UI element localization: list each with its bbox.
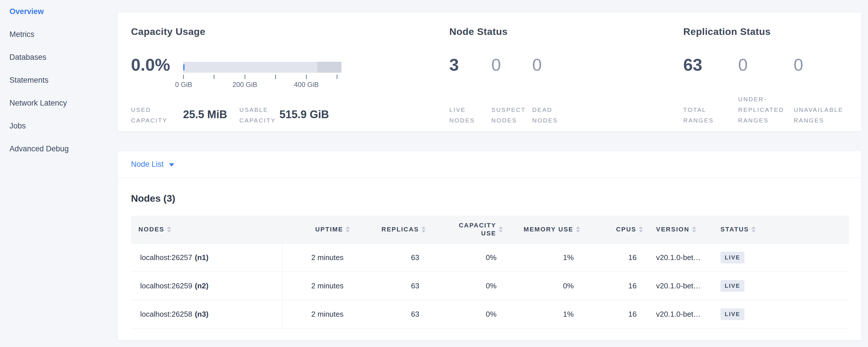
nodes-table: NODES UPTIME REPLICAS CAPACITY USE MEMOR…: [131, 216, 849, 328]
node-list-card: Node List Nodes (3) NODES UPTIME REPLICA…: [117, 151, 862, 340]
node-row[interactable]: localhost:26257 (n1) 2 minutes 63 0% 1% …: [131, 244, 849, 272]
column-header-capacity-use[interactable]: CAPACITY USE: [428, 216, 506, 243]
column-header-uptime[interactable]: UPTIME: [283, 216, 353, 243]
sort-icon: [499, 226, 503, 232]
capacity-use-cell: 0%: [428, 300, 506, 328]
node-list-header: Node List: [118, 151, 861, 178]
node-list-dropdown[interactable]: Node List: [131, 160, 174, 169]
node-address-cell: localhost:26257 (n1): [131, 244, 283, 272]
version-cell: v20.1.0-bet…: [646, 244, 716, 272]
chevron-down-icon: [169, 163, 174, 166]
sort-icon: [422, 226, 426, 232]
gauge-axis-label: 200 GiB: [232, 81, 257, 89]
sidebar-item-statements[interactable]: Statements: [0, 69, 117, 92]
cpus-cell: 16: [583, 272, 646, 300]
sidebar-item-advanced-debug[interactable]: Advanced Debug: [0, 137, 117, 160]
replication-status-title: Replication Status: [683, 26, 771, 37]
memory-use-cell: 1%: [506, 300, 583, 328]
column-header-memory-use[interactable]: MEMORY USE: [506, 216, 583, 243]
nodes-section-title: Nodes (3): [131, 193, 175, 204]
uptime-cell: 2 minutes: [283, 244, 353, 272]
cpus-cell: 16: [583, 300, 646, 328]
live-nodes-count: 3: [449, 55, 459, 75]
sort-icon: [639, 226, 643, 232]
capacity-gauge-reserved-segment: [317, 62, 341, 73]
nodes-table-header: NODES UPTIME REPLICAS CAPACITY USE MEMOR…: [131, 216, 849, 244]
gauge-tick: [245, 75, 245, 79]
used-capacity-label: USED CAPACITY: [131, 104, 167, 126]
sidebar-item-network-latency[interactable]: Network Latency: [0, 92, 117, 115]
node-address-cell: localhost:26258 (n3): [131, 300, 283, 328]
dead-nodes-count: 0: [532, 55, 542, 75]
status-cell: LIVE: [716, 272, 849, 300]
sort-icon: [167, 226, 171, 232]
gauge-axis-label: 0 GiB: [175, 81, 192, 89]
under-replicated-ranges-label: UNDER- REPLICATED RANGES: [738, 94, 784, 126]
suspect-nodes-count: 0: [491, 55, 501, 75]
version-cell: v20.1.0-bet…: [646, 272, 716, 300]
sort-icon: [752, 226, 755, 232]
sort-icon: [692, 226, 696, 232]
sidebar-item-databases[interactable]: Databases: [0, 46, 117, 69]
total-ranges-count: 63: [683, 55, 703, 75]
gauge-tick: [214, 75, 215, 79]
replicas-cell: 63: [353, 272, 428, 300]
unavailable-ranges-count: 0: [794, 55, 803, 75]
column-header-status[interactable]: STATUS: [716, 216, 849, 243]
replicas-cell: 63: [353, 244, 428, 272]
capacity-used-percent: 0.0%: [131, 55, 170, 75]
capacity-gauge: 0 GiB 200 GiB 400 GiB: [183, 62, 341, 73]
gauge-tick: [275, 75, 276, 79]
status-badge: LIVE: [720, 280, 744, 292]
gauge-tick: [337, 75, 338, 79]
column-header-cpus[interactable]: CPUS: [583, 216, 646, 243]
capacity-use-cell: 0%: [428, 272, 506, 300]
capacity-gauge-used-marker: [183, 64, 184, 70]
total-ranges-label: TOTAL RANGES: [683, 104, 714, 126]
memory-use-cell: 1%: [506, 244, 583, 272]
gauge-tick: [306, 75, 307, 79]
status-badge: LIVE: [720, 308, 744, 320]
sidebar-item-metrics[interactable]: Metrics: [0, 23, 117, 46]
gauge-tick: [183, 75, 184, 79]
cluster-summary-card: Capacity Usage 0.0% 0 GiB 200 GiB 400 Gi…: [117, 12, 862, 132]
version-cell: v20.1.0-bet…: [646, 300, 716, 328]
capacity-use-cell: 0%: [428, 244, 506, 272]
status-badge: LIVE: [720, 252, 744, 263]
gauge-axis-label: 400 GiB: [294, 81, 319, 89]
dead-nodes-label: DEAD NODES: [532, 104, 558, 126]
status-cell: LIVE: [716, 244, 849, 272]
used-capacity-value: 25.5 MiB: [183, 108, 227, 121]
node-list-dropdown-label: Node List: [131, 160, 163, 169]
column-header-replicas[interactable]: REPLICAS: [353, 216, 428, 243]
unavailable-ranges-label: UNAVAILABLE RANGES: [794, 104, 843, 126]
status-cell: LIVE: [716, 300, 849, 328]
capacity-usage-title: Capacity Usage: [131, 26, 205, 37]
live-nodes-label: LIVE NODES: [449, 104, 475, 126]
replicas-cell: 63: [353, 300, 428, 328]
usable-capacity-label: USABLE CAPACITY: [239, 104, 276, 126]
node-address-cell: localhost:26259 (n2): [131, 272, 283, 300]
usable-capacity-value: 515.9 GiB: [279, 108, 329, 121]
column-header-nodes[interactable]: NODES: [131, 216, 283, 243]
node-status-title: Node Status: [449, 26, 508, 37]
sort-icon: [576, 226, 580, 232]
node-row[interactable]: localhost:26258 (n3) 2 minutes 63 0% 1% …: [131, 300, 849, 328]
cpus-cell: 16: [583, 244, 646, 272]
under-replicated-ranges-count: 0: [738, 55, 748, 75]
capacity-gauge-bar: [183, 62, 341, 73]
sidebar-item-jobs[interactable]: Jobs: [0, 115, 117, 137]
sidebar-item-overview[interactable]: Overview: [0, 0, 117, 23]
sort-icon: [346, 226, 350, 232]
node-row[interactable]: localhost:26259 (n2) 2 minutes 63 0% 0% …: [131, 272, 849, 300]
sidebar: Overview Metrics Databases Statements Ne…: [0, 0, 117, 347]
column-header-version[interactable]: VERSION: [646, 216, 716, 243]
uptime-cell: 2 minutes: [283, 272, 353, 300]
suspect-nodes-label: SUSPECT NODES: [491, 104, 526, 126]
uptime-cell: 2 minutes: [283, 300, 353, 328]
memory-use-cell: 0%: [506, 272, 583, 300]
